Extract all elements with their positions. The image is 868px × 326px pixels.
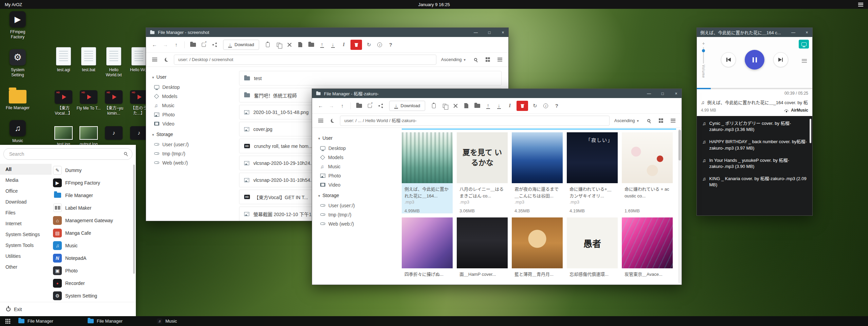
desktop-file[interactable]: test.agi	[51, 47, 76, 78]
share-button[interactable]	[210, 40, 220, 50]
forward-button[interactable]	[326, 101, 337, 111]
sidebar-toggle-button[interactable]	[149, 55, 160, 65]
search-input[interactable]	[3, 148, 132, 160]
app-list-item[interactable]: ▶ FFmpeg Factory	[53, 176, 131, 189]
file-tile[interactable]: 四季折々に擡げぬ...	[402, 217, 453, 285]
delete-button[interactable]	[517, 101, 528, 111]
output-device[interactable]: AirMusic	[784, 108, 808, 113]
open-in-new-window-button[interactable]	[199, 40, 209, 50]
new-file-button[interactable]	[295, 40, 305, 50]
new-folder-button[interactable]	[472, 101, 482, 111]
app-list-item[interactable]: N NotepadA	[53, 252, 131, 264]
close-button[interactable]: ×	[801, 28, 812, 37]
sidebar-item[interactable]: Photo	[152, 110, 228, 119]
sort-dropdown[interactable]: Ascending	[441, 57, 466, 62]
category-item[interactable]: Media	[0, 175, 52, 186]
sidebar-item[interactable]: Video	[152, 119, 228, 128]
sort-dropdown[interactable]: Ascending	[614, 118, 639, 123]
category-item[interactable]: Other	[0, 262, 52, 272]
title-bar[interactable]: File Manager - screenshot — □ ×	[146, 28, 508, 37]
sidebar-section-user[interactable]: User	[152, 74, 228, 80]
file-tile[interactable]: 「寂しい」 命に嫌われている+＿カンザキイオリ... .mp3 4.19MB	[567, 132, 618, 213]
title-bar[interactable]: 例えば、今此処に置かれた花に＿164 c... — ×	[697, 28, 812, 37]
file-tile[interactable]: 命に嫌われている + acoustic co... 1.69MB	[622, 132, 673, 213]
app-list-item[interactable]: ✎ Dummy	[53, 164, 131, 176]
app-list-item[interactable]: ▤ Manga Cafe	[53, 227, 131, 239]
sidebar-item[interactable]: User (user:/)	[318, 201, 394, 210]
maximize-button[interactable]: □	[484, 28, 495, 37]
app-list-item[interactable]: ⚙ System Setting	[53, 289, 131, 302]
sidebar-item[interactable]: Models	[318, 153, 394, 162]
delete-button[interactable]	[350, 40, 362, 50]
cast-button[interactable]	[799, 40, 809, 49]
open-button[interactable]	[188, 40, 198, 50]
app-list-item[interactable]: Label Maker	[53, 202, 131, 214]
path-input[interactable]: user: / Desktop / screenshot	[174, 55, 436, 65]
desktop-file[interactable]	[101, 126, 126, 147]
new-file-button[interactable]	[461, 101, 471, 111]
share-button[interactable]	[376, 101, 386, 111]
download-file-button[interactable]	[494, 101, 504, 111]
scrollbar-handle[interactable]	[679, 130, 681, 160]
rename-button[interactable]	[505, 101, 515, 111]
app-list-item[interactable]: ⌂ Management Gateway	[53, 214, 131, 227]
file-tile[interactable]: 面＿HamP cover...	[457, 217, 508, 285]
path-input[interactable]: user: / ... / Hello World / 柘榴-zakuro-	[340, 116, 610, 126]
playlist-item[interactable]: ♫ In Your Hands _ yusukeP cover. by 柘榴-z…	[697, 154, 812, 173]
category-item[interactable]: Internet	[0, 218, 52, 229]
sidebar-item[interactable]: Desktop	[152, 82, 228, 92]
app-launcher-button[interactable]	[2, 316, 14, 326]
close-button[interactable]: ×	[498, 28, 508, 37]
desktop-file[interactable]: output.log	[76, 126, 101, 147]
desktop-file[interactable]: test.bat	[76, 47, 101, 78]
file-tile[interactable]: 夏を見て いるかな 八月のレイニー＿はるまきごはん co... .mp3 3.0…	[457, 132, 508, 213]
desktop-file[interactable]: Fly Me To T...	[76, 90, 101, 116]
minimize-button[interactable]: —	[470, 28, 481, 37]
cut-button[interactable]	[284, 40, 294, 50]
open-in-new-window-button[interactable]	[365, 101, 375, 111]
scrollbar-handle[interactable]	[810, 119, 811, 143]
up-button[interactable]	[337, 101, 347, 111]
desktop-app-icon[interactable]: ▶ FFmpeg Factory	[5, 11, 30, 40]
title-bar[interactable]: File Manager - 柘榴-zakuro- — □ ×	[312, 89, 682, 98]
sidebar-section-storage[interactable]: Storage	[318, 193, 394, 198]
taskbar-item[interactable]: File Manager	[18, 316, 83, 326]
sidebar-item[interactable]: tmp (tmp:/)	[318, 210, 394, 219]
close-button[interactable]: ×	[671, 89, 682, 98]
next-track-button[interactable]	[773, 52, 788, 67]
help-button[interactable]	[551, 101, 562, 111]
dark-mode-button[interactable]	[162, 55, 172, 65]
grid-view-button[interactable]	[656, 116, 666, 126]
desktop-file[interactable]: Hello World.txt	[101, 47, 126, 78]
sidebar-item[interactable]: Desktop	[318, 143, 394, 153]
scrollbar[interactable]	[678, 129, 681, 283]
copy-button[interactable]	[273, 40, 284, 50]
paste-button[interactable]	[263, 40, 273, 50]
app-list-item[interactable]: File Manager	[53, 189, 131, 202]
category-item[interactable]: Files	[0, 207, 52, 218]
file-tile[interactable]: 君が夜の海に還るまで＿こんにちは谷田... .mp3 4.35MB	[512, 132, 563, 213]
open-button[interactable]	[354, 101, 364, 111]
volume-up-icon[interactable]: +	[702, 41, 705, 46]
back-button[interactable]	[149, 40, 160, 50]
category-item[interactable]: All	[0, 164, 52, 175]
paste-button[interactable]	[429, 101, 439, 111]
up-button[interactable]	[171, 40, 181, 50]
properties-button[interactable]	[541, 101, 551, 111]
category-item[interactable]: Download	[0, 196, 52, 207]
sidebar-item[interactable]: Music	[152, 101, 228, 110]
cut-button[interactable]	[450, 101, 460, 111]
sidebar-item[interactable]: Web (web:/)	[318, 219, 394, 228]
file-tile[interactable]: 例えば、今此処に置かれた花に＿164... .mp3 4.99MB	[402, 132, 453, 213]
desktop-file[interactable]: 【東方Vocal...】	[51, 90, 76, 116]
previous-track-button[interactable]	[721, 52, 736, 67]
help-button[interactable]	[385, 40, 396, 50]
copy-button[interactable]	[439, 101, 450, 111]
upload-button[interactable]	[317, 40, 327, 50]
maximize-button[interactable]: □	[657, 89, 668, 98]
desktop-app-icon[interactable]: ⚙ System Setting	[5, 49, 30, 78]
category-item[interactable]: Office	[0, 186, 52, 196]
category-item[interactable]: System Settings	[0, 229, 52, 240]
minimize-button[interactable]: —	[788, 28, 799, 37]
sidebar-item[interactable]: Video	[318, 180, 394, 189]
